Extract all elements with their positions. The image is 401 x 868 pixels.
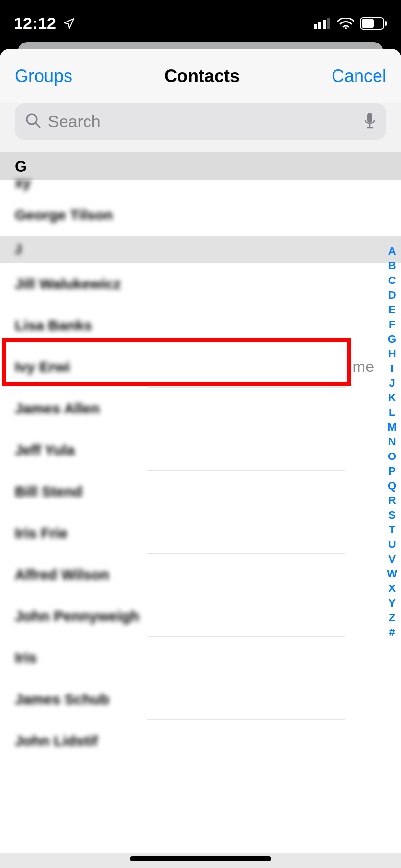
svg-rect-1 [318,22,321,29]
cellular-icon [314,18,332,29]
index-letter[interactable]: I [391,362,394,375]
list-item[interactable]: James Allen [0,388,401,429]
list-item[interactable]: xy [0,180,401,194]
status-bar: 12:12 [0,0,401,46]
obscured-name: Jill Walukewicz [15,276,121,292]
svg-point-4 [345,27,347,29]
index-letter[interactable]: # [389,626,395,639]
index-letter[interactable]: Y [388,596,396,609]
obscured-name: Iris Frie [15,525,67,542]
index-letter[interactable]: E [388,303,396,316]
list-item[interactable]: Alfred Wilson [0,554,401,595]
index-letter[interactable]: J [389,376,395,390]
list-item-me[interactable]: Ivy Erwi me [0,346,401,388]
index-letter[interactable]: X [388,582,396,595]
page-title: Contacts [164,66,240,87]
home-indicator[interactable] [130,856,271,861]
index-letter[interactable]: U [388,538,396,551]
obscured-section-letter: J [15,242,22,257]
section-index[interactable]: A B C D E F G H I J K L M N O P Q R S T … [387,244,397,639]
index-letter[interactable]: F [389,318,395,331]
obscured-name: Alfred Wilson [15,566,109,583]
index-letter[interactable]: K [388,391,396,404]
list-item[interactable]: John Pennyweigh [0,595,401,637]
obscured-name: Ivy Erwi [15,359,70,375]
list-item[interactable]: Iris [0,637,401,678]
obscured-name: George Tilson [15,207,113,223]
svg-rect-3 [327,18,330,29]
index-letter[interactable]: M [387,420,396,434]
wifi-icon [337,18,354,29]
obscured-name: John Lidstif [15,733,98,749]
index-letter[interactable]: G [388,332,396,346]
status-left: 12:12 [14,14,75,33]
svg-rect-6 [385,21,387,26]
navbar: Groups Contacts Cancel [0,49,401,103]
svg-rect-10 [367,113,372,123]
index-letter[interactable]: C [388,274,396,287]
obscured-name: Iris [15,650,37,666]
svg-line-9 [36,123,40,127]
search-bar[interactable] [15,103,386,140]
list-item[interactable]: Lisa Banks [0,304,401,346]
index-letter[interactable]: T [389,523,395,536]
index-letter[interactable]: Z [389,611,395,624]
contacts-sheet: Groups Contacts Cancel G [0,49,401,868]
status-time: 12:12 [14,14,56,33]
obscured-name: James Allen [15,400,100,417]
contact-list[interactable]: xy George Tilson J Jill Walukewicz Lisa … [0,180,401,761]
index-letter[interactable]: Q [388,479,396,492]
svg-rect-0 [314,24,317,29]
index-letter[interactable]: R [388,494,396,507]
location-icon [63,18,75,29]
index-letter[interactable]: S [388,508,396,521]
svg-rect-2 [323,20,326,29]
battery-icon [360,17,387,30]
list-item[interactable]: Jeff Yula [0,429,401,471]
list-item[interactable]: George Tilson [0,194,401,236]
index-letter[interactable]: D [388,288,396,302]
search-icon [25,113,41,130]
obscured-name: Lisa Banks [15,317,92,334]
list-item[interactable]: Bill Stend [0,471,401,512]
index-letter[interactable]: A [388,244,396,258]
obscured-name: John Pennyweigh [15,608,139,625]
index-letter[interactable]: W [387,567,397,580]
cancel-button[interactable]: Cancel [332,66,386,87]
list-item[interactable]: Jill Walukewicz [0,263,401,304]
list-item[interactable]: John Lidstif [0,720,401,761]
obscured-name: Bill Stend [15,483,82,500]
index-letter[interactable]: P [388,464,396,477]
svg-rect-7 [362,19,374,28]
microphone-icon[interactable] [364,112,376,131]
index-letter[interactable]: L [389,406,395,419]
search-input[interactable] [48,112,357,131]
obscured-name: James Schub [15,691,109,708]
me-label: me [353,358,374,376]
index-letter[interactable]: B [388,259,396,272]
section-header-h: J [0,236,401,263]
section-header-g: G [0,152,401,180]
list-item[interactable]: Iris Frie [0,512,401,554]
groups-button[interactable]: Groups [15,66,72,87]
list-item[interactable]: James Schub [0,678,401,720]
obscured-name: xy [15,174,31,191]
obscured-name: Jeff Yula [15,442,75,458]
index-letter[interactable]: H [388,347,396,360]
index-letter[interactable]: V [388,552,396,565]
status-right [314,17,387,30]
search-wrap [0,103,401,152]
index-letter[interactable]: O [388,450,396,463]
index-letter[interactable]: N [388,435,396,448]
